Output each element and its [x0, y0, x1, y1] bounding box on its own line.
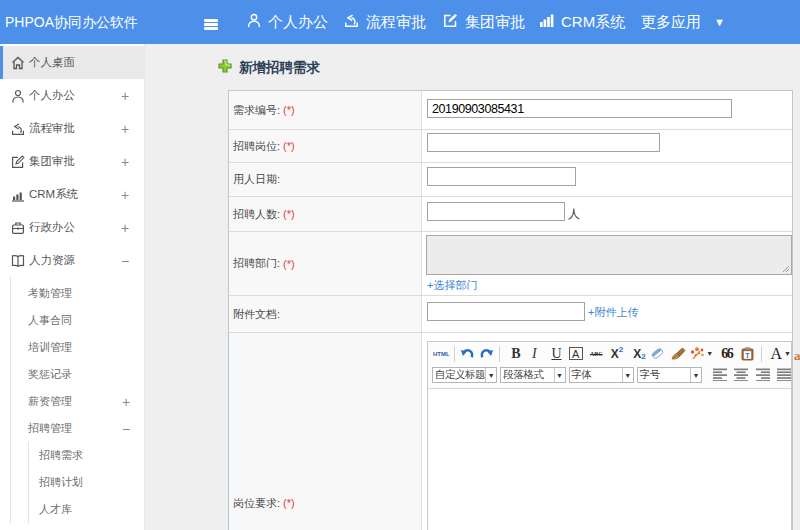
- svg-text:T: T: [746, 351, 751, 358]
